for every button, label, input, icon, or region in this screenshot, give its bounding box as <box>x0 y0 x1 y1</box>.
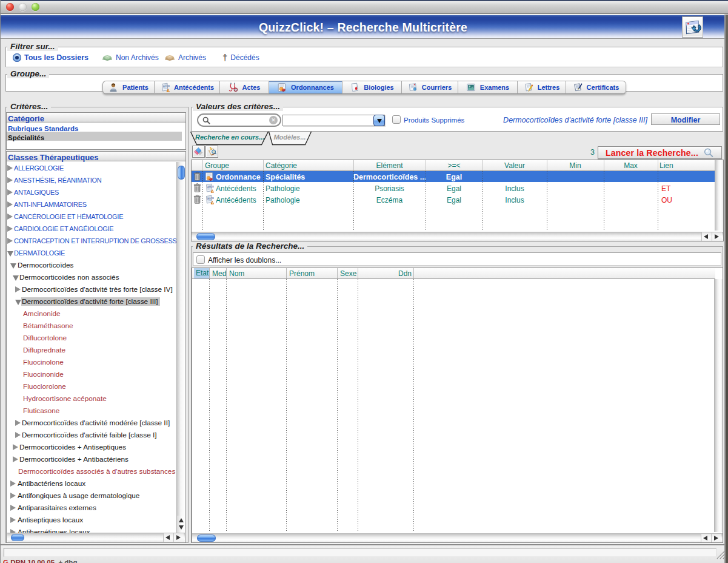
delete-row-icon[interactable] <box>193 183 201 195</box>
column-header[interactable]: Ddn <box>359 269 413 278</box>
window-action-button[interactable] <box>682 16 703 38</box>
minimize-button[interactable] <box>19 3 27 11</box>
tab-courriers[interactable]: Courriers <box>402 81 458 94</box>
criteria-horizontal-scrollbar[interactable] <box>192 232 723 241</box>
scrollbar-arrows[interactable] <box>177 516 185 533</box>
tree-item[interactable]: Dermocorticoïdes non associés <box>7 271 178 283</box>
launch-search-button[interactable]: Lancer la Recherche... <box>598 146 722 159</box>
column-header[interactable]: >=< <box>426 161 483 170</box>
delete-row-icon[interactable] <box>193 195 201 206</box>
tree-horizontal-scrollbar[interactable] <box>7 533 185 542</box>
criteria-row[interactable]: OrdonnanceSpécialitésDermocorticoïdes ..… <box>192 171 715 183</box>
column-header[interactable]: Valeur <box>483 161 547 170</box>
close-button[interactable] <box>6 3 14 11</box>
column-header[interactable]: Etat <box>194 268 209 278</box>
tree-item[interactable]: CARDIOLOGIE ET ANGÉIOLOGIE <box>7 223 178 235</box>
tree-item[interactable]: Antiseptiques locaux <box>7 514 178 526</box>
tree-collapsed-icon[interactable] <box>10 493 16 499</box>
tree-collapsed-icon[interactable] <box>10 505 16 511</box>
column-header[interactable]: Sexe <box>338 269 358 278</box>
tree-collapsed-icon[interactable] <box>7 189 13 195</box>
tree-item[interactable]: Fluticasone <box>7 405 178 417</box>
tree-expanded-icon[interactable] <box>10 263 16 269</box>
tree-item[interactable]: ANTALGIQUES <box>7 186 178 198</box>
tree-item[interactable]: Fluocinonide <box>7 368 178 380</box>
scroll-down-icon[interactable] <box>179 525 184 530</box>
tree-collapsed-icon[interactable] <box>15 420 21 426</box>
search-model-button[interactable] <box>205 146 218 158</box>
tree-collapsed-icon[interactable] <box>10 480 16 487</box>
radio-tous-les-dossiers[interactable]: Tous les Dossiers <box>13 47 88 67</box>
modify-button[interactable]: Modifier <box>651 113 720 125</box>
tree-collapsed-icon[interactable] <box>13 444 18 450</box>
criterion-combo[interactable] <box>282 115 385 126</box>
erase-criteria-button[interactable] <box>192 146 205 158</box>
tree-item[interactable]: Fluocinolone <box>7 356 178 368</box>
scrollbar-arrows[interactable] <box>701 232 722 241</box>
results-horizontal-scrollbar[interactable] <box>192 533 723 542</box>
scrollbar-arrows[interactable] <box>701 534 721 542</box>
criteria-row[interactable]: ATCDAntécédentsPathologieEczémaEgalInclu… <box>192 194 715 206</box>
tree-item[interactable]: Bétaméthasone <box>7 320 178 332</box>
column-header[interactable]: Groupe <box>205 161 274 170</box>
tree-item[interactable]: Dermocorticoïdes associés à d'autres sub… <box>7 465 178 477</box>
tree-collapsed-icon[interactable] <box>7 226 13 232</box>
resize-grip[interactable] <box>716 550 725 559</box>
tree-item[interactable]: ALLERGOLOGIE <box>7 162 178 174</box>
tab-lettres[interactable]: Lettres <box>518 81 566 94</box>
column-header[interactable]: Med <box>210 269 226 278</box>
tab-recherche-en-cours[interactable]: Recherche en cours... <box>195 133 263 141</box>
column-header[interactable]: Catégorie <box>265 161 352 170</box>
scrollbar-thumb[interactable] <box>11 534 24 541</box>
combo-arrow-icon[interactable] <box>373 115 385 126</box>
produits-supprimes-checkbox[interactable] <box>392 115 401 124</box>
tree-item[interactable]: Hydrocortisone acéponate <box>7 393 178 405</box>
scrollbar-arrows[interactable] <box>163 533 184 542</box>
list-item-specialites[interactable]: Spécialités <box>7 132 182 141</box>
tree-collapsed-icon[interactable] <box>13 456 18 462</box>
list-item-rubriques-standards[interactable]: Rubriques Standards <box>7 123 182 132</box>
tree-expanded-icon[interactable] <box>7 251 13 257</box>
tree-collapsed-icon[interactable] <box>7 177 13 183</box>
mac-titlebar[interactable] <box>1 0 728 14</box>
tree-item[interactable]: Dermocorticoïdes d'activité très forte [… <box>7 283 178 295</box>
tree-item[interactable]: Dermocorticoïdes d'activité forte [class… <box>7 295 178 308</box>
tree-item[interactable]: Antibactériens locaux <box>7 477 178 490</box>
radio-decedes[interactable]: †Décédés <box>222 47 259 67</box>
tree-collapsed-icon[interactable] <box>10 517 16 523</box>
tree-item[interactable]: Dermocorticoïdes + Antibactériens <box>7 453 178 465</box>
tree-item[interactable]: Difluprednate <box>7 344 178 356</box>
tree-item[interactable]: Diflucortolone <box>7 332 178 344</box>
delete-row-icon[interactable] <box>193 172 201 183</box>
scroll-left-icon[interactable] <box>704 234 708 239</box>
tab-examens[interactable]: Examens <box>458 81 518 94</box>
scroll-right-icon[interactable] <box>176 535 181 540</box>
tree-item[interactable]: Antifongiques à usage dermatologique <box>7 490 178 502</box>
column-header[interactable]: Min <box>547 161 604 170</box>
tree-item[interactable]: Dermocorticoïdes <box>7 259 178 271</box>
tree-collapsed-icon[interactable] <box>7 214 13 220</box>
tree-item[interactable]: Antiparasitaires externes <box>7 502 178 514</box>
tree-item[interactable]: ANESTHÉSIE, RÉANIMATION <box>7 174 178 186</box>
column-header[interactable]: Lien <box>660 161 714 170</box>
results-vertical-scrollbar[interactable] <box>714 279 723 532</box>
search-input[interactable]: ✕ <box>197 113 281 127</box>
tree-collapsed-icon[interactable] <box>7 165 13 171</box>
tree-item[interactable]: CANCÉROLOGIE ET HÉMATOLOGIE <box>7 211 178 223</box>
scroll-right-icon[interactable] <box>715 234 719 239</box>
category-header[interactable]: Catégorie <box>7 113 185 123</box>
scrollbar-thumb[interactable] <box>197 534 216 542</box>
tree-item[interactable]: Dermocorticoïdes + Antiseptiques <box>7 441 178 453</box>
column-header[interactable]: Prénom <box>287 269 337 278</box>
tree-expanded-icon[interactable] <box>13 275 19 281</box>
tab-modeles[interactable]: Modèles... <box>273 133 307 141</box>
column-header[interactable]: Elément <box>353 161 426 170</box>
radio-archives[interactable]: Archivés <box>164 47 206 67</box>
scroll-left-icon[interactable] <box>703 536 707 541</box>
tree-collapsed-icon[interactable] <box>7 238 13 244</box>
tab-ordonnances[interactable]: Ordonnances <box>269 81 342 94</box>
tab-certificats[interactable]: Certificats <box>566 81 626 94</box>
tree-item[interactable]: Dermocorticoïdes d'activité modérée [cla… <box>7 417 178 429</box>
afficher-doublons-checkbox[interactable] <box>196 255 205 264</box>
tree-vertical-scrollbar[interactable] <box>176 162 185 533</box>
